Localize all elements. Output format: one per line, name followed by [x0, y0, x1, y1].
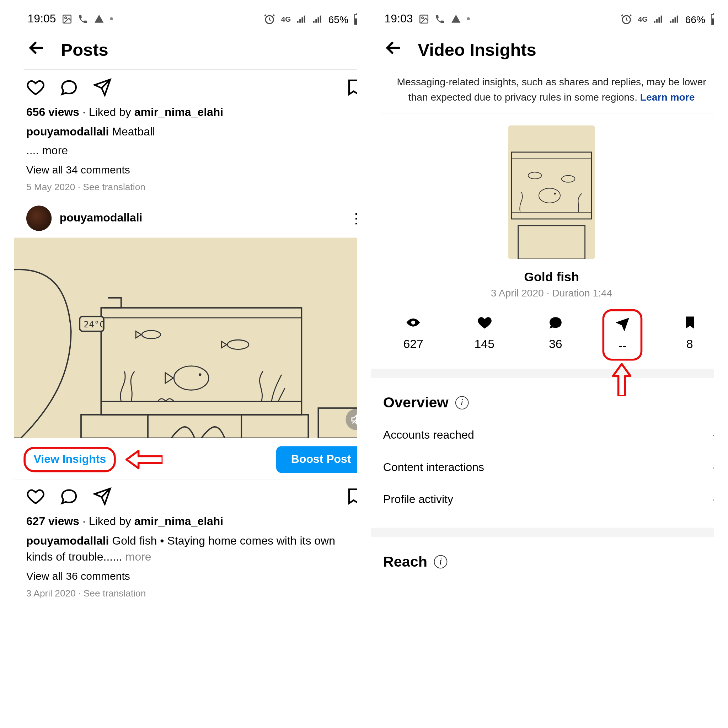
stat-shares: -- [603, 309, 643, 361]
share-icon[interactable] [93, 487, 112, 508]
status-time: 19:05 [28, 12, 56, 26]
signal-icon [296, 14, 307, 24]
more-link[interactable]: .... more [14, 141, 357, 161]
bookmark-icon[interactable] [344, 78, 357, 99]
stat-row: 627 145 36 -- 8 [371, 310, 714, 369]
liked-by-user-2[interactable]: amir_nima_elahi [135, 515, 223, 528]
stat-views-value: 627 [404, 337, 424, 351]
page-title: Posts [61, 40, 109, 60]
overview-row-interactions[interactable]: Content interactions -- [371, 451, 714, 483]
network-label: 4G [638, 15, 648, 23]
insights-notice: Messaging-related insights, such as shar… [371, 69, 714, 113]
back-arrow-icon[interactable] [26, 38, 46, 63]
share-icon [615, 317, 631, 335]
share-icon[interactable] [93, 78, 112, 99]
overview-row-activity[interactable]: Profile activity -- [371, 483, 714, 515]
svg-point-1 [64, 17, 66, 19]
battery-icon [354, 13, 357, 25]
status-dot: • [110, 12, 113, 26]
overview-title: Overview [383, 394, 449, 411]
signal-icon [653, 14, 664, 24]
ov-value: -- [712, 429, 714, 442]
battery-icon [711, 13, 714, 25]
comment-icon [548, 315, 563, 333]
battery-label: 65% [329, 14, 348, 25]
svg-rect-4 [355, 18, 357, 24]
views-count-2[interactable]: 627 views [26, 515, 79, 528]
stat-comments-value: 36 [549, 337, 562, 351]
info-icon[interactable]: i [434, 555, 448, 569]
heart-icon[interactable] [26, 487, 45, 508]
alarm-icon [264, 13, 276, 25]
post-author[interactable]: pouyamodallali [60, 211, 142, 225]
view-comments[interactable]: View all 34 comments [14, 161, 357, 179]
stat-saves-value: 8 [687, 337, 693, 351]
status-dot: • [466, 12, 470, 26]
see-translation[interactable]: See translation [83, 182, 145, 192]
stat-views: 627 [393, 315, 433, 355]
signal-icon-2 [669, 14, 680, 24]
ov-label: Accounts reached [383, 429, 474, 442]
reach-header: Reach i [371, 537, 714, 579]
svg-rect-5 [356, 13, 357, 15]
divider [23, 69, 357, 70]
stat-saves: 8 [670, 315, 710, 355]
meta-sep: · [78, 182, 83, 192]
post-date-2: 3 April 2020 [26, 588, 76, 599]
info-icon[interactable]: i [455, 396, 469, 410]
right-screenshot: 19:03 • 4G 66% Video Insights Messaging-… [371, 7, 714, 721]
status-bar: 19:03 • 4G 66% [371, 7, 714, 28]
stat-shares-value: -- [618, 339, 627, 353]
stat-comments: 36 [535, 315, 575, 355]
svg-rect-30 [508, 125, 595, 259]
ov-label: Content interactions [383, 461, 484, 474]
eye-icon [405, 315, 421, 333]
annotation-arrow-up [612, 362, 632, 396]
bookmark-icon[interactable] [344, 487, 357, 508]
more-link-2[interactable]: more [125, 551, 151, 563]
alarm-icon [621, 13, 633, 25]
video-thumbnail[interactable] [508, 125, 595, 259]
liked-by-prefix-2: Liked by [89, 515, 135, 528]
video-subtitle: 3 April 2020 · Duration 1:44 [371, 287, 714, 310]
status-time: 19:03 [385, 12, 413, 26]
svg-point-19 [199, 373, 202, 376]
svg-rect-6 [14, 238, 357, 438]
comment-icon[interactable] [60, 78, 78, 99]
liked-by-prefix: Liked by [89, 106, 135, 119]
learn-more-link[interactable]: Learn more [640, 91, 695, 102]
phone-icon [434, 14, 445, 24]
see-translation-2[interactable]: See translation [84, 588, 146, 599]
warning-icon [450, 14, 461, 24]
view-comments-2[interactable]: View all 36 comments [14, 567, 357, 585]
svg-rect-29 [713, 13, 714, 15]
network-label: 4G [281, 15, 291, 23]
bookmark-icon [682, 315, 698, 333]
post-image[interactable]: 24°C [14, 238, 357, 438]
annotation-arrow-left [125, 450, 163, 470]
svg-point-25 [421, 17, 423, 19]
heart-icon[interactable] [26, 78, 45, 99]
ov-value: -- [712, 461, 714, 474]
liked-by-user[interactable]: amir_nima_elahi [135, 106, 223, 119]
back-arrow-icon[interactable] [383, 38, 403, 63]
warning-icon [93, 14, 104, 24]
boost-post-button[interactable]: Boost Post [276, 446, 357, 473]
views-count[interactable]: 656 views [26, 106, 79, 119]
caption-username-2[interactable]: pouyamodallali [26, 534, 109, 547]
ov-label: Profile activity [383, 493, 453, 506]
status-bar: 19:05 • 4G 65% [14, 7, 357, 28]
overview-row-reached[interactable]: Accounts reached -- [371, 419, 714, 451]
svg-rect-28 [712, 18, 714, 24]
post-date: 5 May 2020 [26, 182, 75, 192]
left-screenshot: 19:05 • 4G 65% [14, 7, 357, 721]
svg-text:24°C: 24°C [84, 319, 105, 329]
battery-label: 66% [685, 14, 705, 25]
caption-text: Meatball [109, 125, 155, 138]
caption-username[interactable]: pouyamodallali [26, 125, 109, 138]
view-insights-button[interactable]: View Insights [23, 447, 116, 472]
more-options-icon[interactable]: ⋯ [348, 211, 357, 225]
overview-header: Overview i [371, 378, 714, 419]
comment-icon[interactable] [60, 487, 78, 508]
avatar[interactable] [26, 206, 52, 231]
